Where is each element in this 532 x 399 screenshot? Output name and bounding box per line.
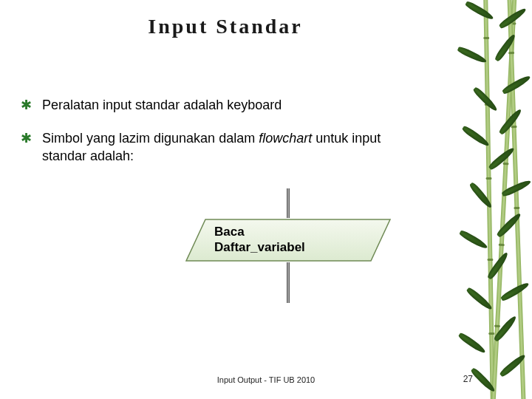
slide: Input Standar ✱ Peralatan input standar … <box>0 0 532 399</box>
content-area: ✱ Peralatan input standar adalah keyboar… <box>21 96 429 180</box>
flow-connector-bottom <box>287 262 290 303</box>
bamboo-decoration <box>447 0 532 399</box>
flowchart: Baca Daftar_variabel <box>185 188 392 303</box>
flow-connector-top <box>287 188 290 218</box>
italic-term: flowchart <box>259 131 312 146</box>
bullet-icon: ✱ <box>21 96 32 115</box>
bullet-item: ✱ Simbol yang lazim digunakan dalam flow… <box>21 129 429 166</box>
flow-text-line1: Baca <box>214 224 305 239</box>
bullet-icon: ✱ <box>21 129 32 148</box>
text-segment: Simbol yang lazim digunakan dalam <box>42 131 259 146</box>
input-symbol-text: Baca Daftar_variabel <box>214 224 305 256</box>
slide-title: Input Standar <box>0 15 451 38</box>
input-symbol: Baca Daftar_variabel <box>185 218 392 262</box>
bullet-text: Simbol yang lazim digunakan dalam flowch… <box>42 129 429 166</box>
bullet-item: ✱ Peralatan input standar adalah keyboar… <box>21 96 429 115</box>
flow-text-line2: Daftar_variabel <box>214 239 305 255</box>
bullet-text: Peralatan input standar adalah keyboard <box>42 96 282 114</box>
